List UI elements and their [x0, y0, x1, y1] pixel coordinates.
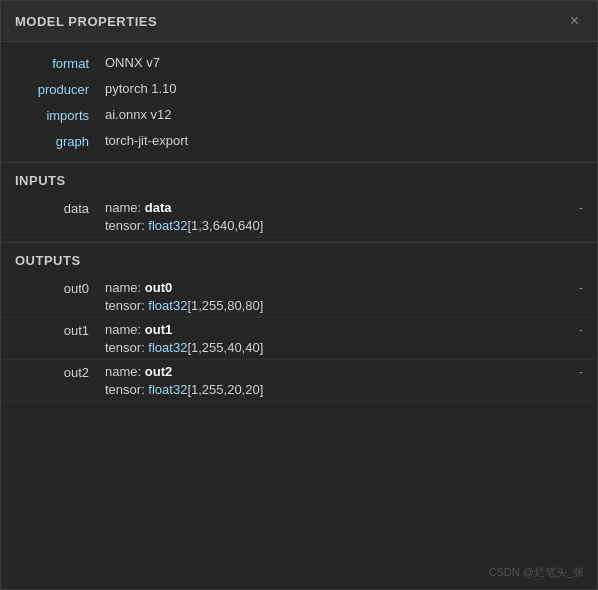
prop-row-producer: producer pytorch 1.10 [1, 76, 597, 102]
output-out0-label: out0 [15, 280, 105, 296]
output-out1-name-text: name: out1 [105, 322, 172, 337]
prop-label-graph: graph [15, 133, 105, 149]
output-out0-details: name: out0 - tensor: float32[1,255,80,80… [105, 280, 583, 313]
prop-value-graph: torch-jit-export [105, 133, 188, 148]
prop-value-imports: ai.onnx v12 [105, 107, 172, 122]
output-out1-item: out1 name: out1 - tensor: float32[1,255,… [1, 318, 597, 360]
watermark-text: CSDN @烂笔头_张 [488, 565, 584, 580]
model-properties-panel: MODEL PROPERTIES × format ONNX v7 produc… [0, 0, 598, 590]
properties-section: format ONNX v7 producer pytorch 1.10 imp… [1, 42, 597, 158]
prop-value-producer: pytorch 1.10 [105, 81, 177, 96]
output-out0-item: out0 name: out0 - tensor: float32[1,255,… [1, 276, 597, 318]
output-out0-tensor-type: float32 [148, 298, 187, 313]
prop-row-format: format ONNX v7 [1, 50, 597, 76]
output-out0-dash: - [571, 280, 583, 295]
input-data-name-row: name: data - [105, 200, 583, 215]
close-button[interactable]: × [566, 11, 583, 31]
prop-label-producer: producer [15, 81, 105, 97]
input-data-label: data [15, 200, 105, 216]
panel-title: MODEL PROPERTIES [15, 14, 157, 29]
output-out2-details: name: out2 - tensor: float32[1,255,20,20… [105, 364, 583, 397]
output-out1-dash: - [571, 322, 583, 337]
panel-content: format ONNX v7 producer pytorch 1.10 imp… [1, 42, 597, 589]
output-out2-tensor: tensor: float32[1,255,20,20] [105, 382, 583, 397]
output-out1-label: out1 [15, 322, 105, 338]
output-out2-label: out2 [15, 364, 105, 380]
output-out2-dash: - [571, 364, 583, 379]
outputs-header: OUTPUTS [1, 242, 597, 276]
output-out1-tensor-type: float32 [148, 340, 187, 355]
input-data-tensor-type: float32 [148, 218, 187, 233]
output-out2-tensor-type: float32 [148, 382, 187, 397]
output-out1-tensor: tensor: float32[1,255,40,40] [105, 340, 583, 355]
panel-header: MODEL PROPERTIES × [1, 1, 597, 42]
output-out1-details: name: out1 - tensor: float32[1,255,40,40… [105, 322, 583, 355]
output-out0-tensor: tensor: float32[1,255,80,80] [105, 298, 583, 313]
output-out0-name-text: name: out0 [105, 280, 172, 295]
output-out2-item: out2 name: out2 - tensor: float32[1,255,… [1, 360, 597, 402]
prop-row-graph: graph torch-jit-export [1, 128, 597, 154]
prop-label-imports: imports [15, 107, 105, 123]
prop-label-format: format [15, 55, 105, 71]
input-data-details: name: data - tensor: float32[1,3,640,640… [105, 200, 583, 233]
inputs-header: INPUTS [1, 162, 597, 196]
prop-value-format: ONNX v7 [105, 55, 160, 70]
input-data-item: data name: data - tensor: float32[1,3,64… [1, 196, 597, 238]
input-data-name-text: name: data [105, 200, 171, 215]
prop-row-imports: imports ai.onnx v12 [1, 102, 597, 128]
output-out1-name-row: name: out1 - [105, 322, 583, 337]
output-out2-name-row: name: out2 - [105, 364, 583, 379]
output-out2-name-text: name: out2 [105, 364, 172, 379]
output-out0-name-row: name: out0 - [105, 280, 583, 295]
input-data-dash: - [571, 200, 583, 215]
input-data-tensor: tensor: float32[1,3,640,640] [105, 218, 583, 233]
